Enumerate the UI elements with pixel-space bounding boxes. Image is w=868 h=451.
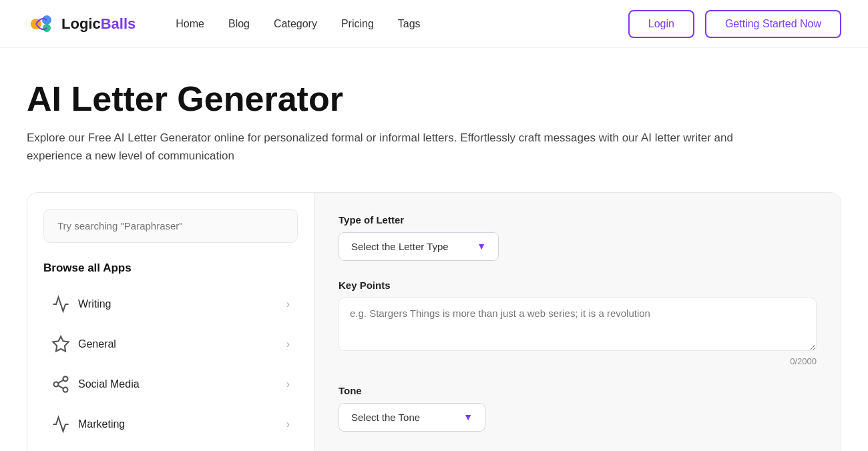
app-item-general[interactable]: General › [43,326,298,363]
app-item-marketing[interactable]: Marketing › [43,406,298,443]
general-icon [51,335,70,354]
letter-type-arrow-icon: ▼ [477,241,486,252]
app-label-writing: Writing [78,298,286,310]
app-list: Writing › General › [43,286,298,443]
navbar: LogicBalls Home Blog Category Pricing Ta… [0,0,868,48]
svg-point-5 [63,387,68,392]
marketing-icon [51,415,70,434]
letter-type-dropdown[interactable]: Select the Letter Type ▼ [339,232,499,261]
left-panel: Browse all Apps Writing › General › [27,193,314,451]
nav-home[interactable]: Home [176,18,204,30]
app-item-social-media[interactable]: Social Media › [43,366,298,403]
writing-icon [51,295,70,314]
chevron-right-writing: › [286,298,290,310]
svg-point-4 [54,382,59,386]
chevron-right-marketing: › [286,418,290,430]
tone-dropdown[interactable]: Select the Tone ▼ [339,403,485,432]
char-count: 0/2000 [339,356,817,366]
logo[interactable]: LogicBalls [27,9,136,39]
get-started-button[interactable]: Getting Started Now [705,10,841,38]
form-group-tone: Tone Select the Tone ▼ [339,385,817,432]
nav-links: Home Blog Category Pricing Tags [176,18,602,30]
form-group-key-points: Key Points 0/2000 [339,280,817,366]
logo-icon [27,9,56,39]
browse-title: Browse all Apps [43,262,298,275]
chevron-right-general: › [286,338,290,350]
tone-value: Select the Tone [351,412,420,423]
login-button[interactable]: Login [628,10,694,38]
social-media-icon [51,375,70,394]
tone-label: Tone [339,385,817,396]
key-points-textarea[interactable] [339,298,817,351]
svg-line-6 [58,385,63,388]
key-points-label: Key Points [339,280,817,291]
tone-arrow-icon: ▼ [463,412,473,422]
nav-blog[interactable]: Blog [228,18,250,30]
svg-point-3 [63,376,68,381]
main-content: AI Letter Generator Explore our Free AI … [0,48,868,451]
app-label-social-media: Social Media [78,378,286,390]
page-description: Explore our Free AI Letter Generator onl… [27,129,761,165]
form-group-letter-type: Type of Letter Select the Letter Type ▼ [339,214,817,261]
svg-line-7 [58,380,63,383]
letter-type-label: Type of Letter [339,214,817,226]
app-label-marketing: Marketing [78,418,286,430]
right-panel: Type of Letter Select the Letter Type ▼ … [314,193,841,451]
app-label-general: General [78,338,286,350]
nav-tags[interactable]: Tags [398,18,421,30]
letter-type-value: Select the Letter Type [351,241,449,252]
app-item-writing[interactable]: Writing › [43,286,298,323]
search-input[interactable] [43,209,298,243]
nav-pricing[interactable]: Pricing [341,18,374,30]
nav-actions: Login Getting Started Now [628,10,841,38]
logo-text: LogicBalls [61,15,136,33]
svg-point-1 [42,15,51,25]
tool-container: Browse all Apps Writing › General › [27,192,841,451]
chevron-right-social-media: › [286,378,290,390]
page-title: AI Letter Generator [27,80,841,118]
nav-category[interactable]: Category [274,18,317,30]
